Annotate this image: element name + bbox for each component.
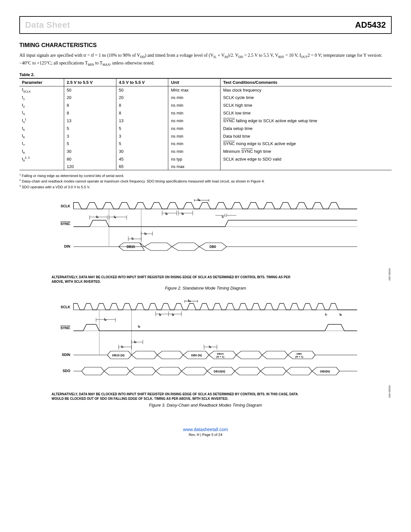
svg-text:t₈: t₈ bbox=[339, 313, 342, 316]
table-row: t83030ns minMinimum SYNC high time bbox=[19, 148, 392, 155]
svg-text:(N + 1): (N + 1) bbox=[295, 355, 303, 358]
table-row: t555ns minData setup time bbox=[19, 125, 392, 133]
col-25-55: 2.5 V to 5.5 V bbox=[64, 78, 116, 86]
table-row: t633ns minData hold time bbox=[19, 132, 392, 140]
svg-text:DB15(N): DB15(N) bbox=[214, 370, 225, 373]
figure-3-note: ALTERNATIVELY, DATA MAY BE CLOCKED INTO … bbox=[19, 392, 298, 401]
col-45-55: 4.5 V to 5.5 V bbox=[116, 78, 168, 86]
table-row: t288ns minSCLK high time bbox=[19, 102, 392, 109]
section-title: TIMING CHARACTERISTICS bbox=[19, 42, 392, 49]
svg-text:SCLK: SCLK bbox=[61, 305, 70, 309]
svg-text:SYNC: SYNC bbox=[60, 222, 70, 226]
figure-2-id: 03162-002 bbox=[388, 268, 391, 281]
svg-text:t₆: t₆ bbox=[134, 340, 136, 344]
col-parameter: Parameter bbox=[19, 78, 64, 86]
svg-text:DB0: DB0 bbox=[210, 245, 216, 249]
svg-text:SYNC: SYNC bbox=[60, 326, 70, 330]
svg-text:t₅: t₅ bbox=[132, 237, 134, 240]
svg-text:DB15: DB15 bbox=[217, 352, 224, 355]
timing-diagram-1: SCLK t₁ t₂ t₃ SYNC t₈ t₄ t₇ DIN bbox=[51, 198, 360, 272]
table-row: t388ns minSCLK low time bbox=[19, 109, 392, 117]
table-row: t755ns minSYNC rising edge to SCLK activ… bbox=[19, 140, 392, 148]
svg-text:t₅: t₅ bbox=[121, 345, 123, 349]
svg-text:DB0: DB0 bbox=[297, 352, 302, 355]
svg-text:t₇: t₇ bbox=[325, 313, 327, 316]
svg-text:t₆: t₆ bbox=[138, 325, 140, 328]
col-conditions: Test Conditions/Comments bbox=[220, 78, 392, 86]
table-row: t12020ns minSCLK cycle time bbox=[19, 94, 392, 102]
figure-3-caption: Figure 3. Daisy-Chain and Readback Modes… bbox=[19, 403, 392, 408]
svg-text:SCLK: SCLK bbox=[61, 204, 70, 208]
svg-text:t₁: t₁ bbox=[198, 198, 201, 202]
test-conditions: All input signals are specified with tr … bbox=[19, 52, 392, 67]
svg-text:SDIN: SDIN bbox=[62, 353, 70, 357]
figure-2: SCLK t₁ t₂ t₃ SYNC t₈ t₄ t₇ DIN bbox=[19, 198, 392, 291]
svg-text:t₃: t₃ bbox=[181, 212, 184, 215]
footer-link[interactable]: www.datasheetall.com bbox=[183, 427, 228, 432]
timing-diagram-2: SCLK t₁ t₂ t₃ t₇ t₈ SYNC t₄ t₆ SDIN DB15… bbox=[51, 299, 360, 389]
svg-text:DB0(N): DB0(N) bbox=[320, 370, 330, 373]
svg-text:t₄: t₄ bbox=[104, 318, 106, 321]
svg-text:t₇: t₇ bbox=[222, 215, 224, 219]
svg-text:(N + 1): (N + 1) bbox=[216, 355, 224, 358]
svg-text:t₉: t₉ bbox=[209, 345, 211, 349]
footnotes: 1 Falling or rising edge as determined b… bbox=[19, 173, 392, 189]
figure-3-id: 03162-003 bbox=[388, 385, 391, 398]
table-row: t92, 38045ns typSCLK active edge to SDO … bbox=[19, 155, 392, 163]
figure-3: SCLK t₁ t₂ t₃ t₇ t₈ SYNC t₄ t₆ SDIN DB15… bbox=[19, 299, 392, 408]
table-row: t411313ns minSYNC falling edge to SCLK a… bbox=[19, 117, 392, 125]
svg-text:t₂: t₂ bbox=[159, 313, 161, 316]
svg-text:t₆: t₆ bbox=[144, 232, 147, 235]
doc-type: Data Sheet bbox=[25, 20, 70, 30]
svg-text:DIN: DIN bbox=[64, 244, 70, 248]
col-unit: Unit bbox=[168, 78, 220, 86]
part-number: AD5432 bbox=[355, 20, 386, 30]
page-footer: www.datasheetall.com Rev. H | Page 5 of … bbox=[19, 427, 392, 437]
table-label: Table 2. bbox=[19, 72, 392, 77]
table-row: 12065ns max bbox=[19, 163, 392, 170]
svg-text:DB0 (N): DB0 (N) bbox=[191, 354, 202, 357]
svg-text:DB15 (N): DB15 (N) bbox=[112, 354, 124, 357]
svg-text:DB15: DB15 bbox=[127, 245, 135, 249]
svg-text:t₄: t₄ bbox=[114, 215, 116, 219]
svg-text:t₃: t₃ bbox=[172, 313, 174, 316]
svg-text:t₁: t₁ bbox=[188, 299, 191, 302]
figure-2-note: ALTERNATIVELY, DATA MAY BE CLOCKED INTO … bbox=[19, 275, 298, 284]
table-row: fSCLK5050MHz maxMax clock frequency bbox=[19, 86, 392, 94]
svg-text:SDO: SDO bbox=[63, 369, 70, 373]
figure-2-caption: Figure 2. Standalone Mode Timing Diagram bbox=[19, 286, 392, 291]
svg-text:t₈: t₈ bbox=[96, 215, 98, 219]
page-header: Data Sheet AD5432 bbox=[19, 16, 392, 34]
svg-text:t₂: t₂ bbox=[165, 212, 168, 215]
timing-table: Parameter 2.5 V to 5.5 V 4.5 V to 5.5 V … bbox=[19, 78, 392, 171]
revision-info: Rev. H | Page 5 of 24 bbox=[19, 433, 392, 437]
